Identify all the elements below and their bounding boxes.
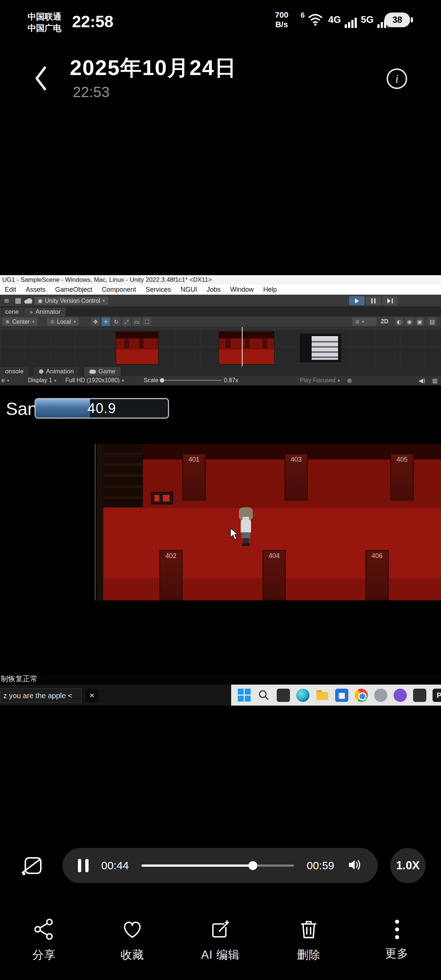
ai-edit-button[interactable]: AI 编辑 [184,918,257,963]
page-title: 2025年10月24日 [70,54,237,83]
store-app-icon: ▦ [335,689,348,702]
delete-button[interactable]: 删除 [272,918,346,963]
light-toggle-icon: ◐ [395,317,403,326]
header: 2025年10月24日 22:53 i [0,51,441,114]
chrome-icon [355,689,368,702]
status-time: 22:58 [72,13,114,31]
pivot-dropdown: ⊕Center▾ [2,317,38,326]
share-icon [33,918,56,942]
tab-console: onsole [0,367,29,376]
scene-search: ⊙▾ [352,317,376,326]
transform-tool-icon: ⛶ [143,317,151,326]
carrier-2: 中国广电 [27,22,61,34]
net-4g-label: 4G [328,14,341,25]
tab-animator: ➤Animator [24,307,66,317]
keyframe-thumbnail-2 [219,331,274,364]
progress-fill [141,864,253,867]
wall-sign [151,492,173,504]
tab-game: Game [84,367,121,376]
aspect-dropdown: e▾ [2,377,9,384]
share-button[interactable]: 分享 [7,918,81,963]
gamepad-icon [89,370,96,374]
player-controls: 00:44 00:59 1.0X [0,848,441,883]
net-5g-label: 5G [361,14,374,25]
pinned-app-icon: P [433,689,441,702]
page-subtitle: 22:53 [73,84,109,100]
menu-help: Help [259,286,281,294]
mute-audio-icon: ◀) [419,377,425,384]
menu-services: Services [141,286,176,294]
taskbar-search-icon [257,689,270,702]
task-view-icon [277,689,290,702]
effects-toggle-icon: ▣ [415,317,424,326]
volume-button[interactable] [347,857,362,874]
character-legs [243,538,249,543]
keyframe-thumbnail-3 [300,334,341,362]
move-tool-icon: ✛ [102,317,110,326]
unity-scene-toolbar: ⊕Center▾ ⊙Local▾ ✥ ✛ ↻ ⤢ ▭ ⛶ ⊙▾ 2D ◐ ◉ ▣… [0,317,441,327]
door-404: 404 [262,550,286,600]
grid-icon: ▦ [15,296,21,304]
purple-app-icon [393,689,407,702]
stairwell-band [97,444,103,600]
ai-edit-icon [209,918,232,942]
unity-step-button [382,296,398,305]
ime-indicator-icon: ✕ [85,689,98,702]
more-icon [395,918,399,941]
hand-tool-icon: ✥ [91,317,100,326]
play-focused-dropdown: Play Focused▾ [300,377,339,384]
trim-button[interactable] [17,850,49,881]
heart-icon [121,918,144,942]
keyframe-thumbnail-1 [116,331,159,364]
favorite-button[interactable]: 收藏 [95,918,169,963]
stats-icon: ▥ [432,377,438,384]
battery-indicator: 38 [384,13,410,27]
play-controls [349,296,398,305]
playback-speed-button[interactable]: 1.0X [390,848,425,883]
carrier-names: 中国联通 中国广电 [27,11,61,34]
timeline-playhead [242,327,243,366]
recording-status-text: 制恢复正常 [1,674,38,684]
mode-2d-button: 2D [381,318,388,325]
seek-bar[interactable] [141,864,294,867]
unity-pause-button [366,296,381,305]
back-button[interactable] [32,65,54,98]
animation-timeline [0,327,441,366]
unity-menu-bar: Edit Assets GameObject Component Service… [0,285,441,295]
wifi6-badge: 6 [301,11,305,19]
action-bar: 分享 收藏 AI 编辑 删除 [0,918,441,963]
san-value: 40.9 [36,399,168,418]
playback-bar: 00:44 00:59 [62,848,378,883]
resolution-dropdown: Full HD (1920x1080)▾ [65,377,124,384]
corridor-ceiling [97,444,441,460]
file-explorer-icon [316,689,329,702]
door-405: 405 [390,453,414,501]
menu-gameobject: GameObject [50,286,97,294]
space-dropdown: ⊙Local▾ [47,317,79,326]
rect-tool-icon: ▭ [132,317,141,326]
taskbar-icons: ▦ P [231,685,441,706]
scale-slider [160,380,222,381]
windows-start-icon [238,689,251,702]
unity-scene-tabs: cene ➤Animator [0,307,441,317]
windows-taskbar: z you are the apple < ✕ ▦ P [0,685,441,706]
corridor-scene: 401 403 405 402 404 406 [97,444,441,600]
info-button[interactable]: i [387,68,407,89]
scale-control: Scale 0.87x [144,377,238,384]
version-control-dropdown: ▣ Unity Version Control ▾ [34,296,109,305]
door-402: 402 [159,550,182,600]
more-button[interactable]: 更多 [360,918,434,963]
progress-thumb[interactable] [248,861,257,870]
game-view-edge [95,444,95,600]
total-time: 00:59 [303,859,337,872]
menu-edit: Edit [0,286,21,294]
unity-title-bar: UG1 - SampleScene - Windows, Mac, Linux … [0,275,441,285]
video-surface[interactable]: UG1 - SampleScene - Windows, Mac, Linux … [0,275,441,706]
unity-toolbar: ≡ ▦ ▣ Unity Version Control ▾ [0,295,441,307]
pause-button[interactable] [78,859,89,872]
menu-assets: Assets [21,286,50,294]
network-speed: 700 B/s [275,10,289,29]
carrier-1: 中国联通 [27,11,61,22]
settings-icon [374,689,387,702]
door-406: 406 [365,550,389,600]
